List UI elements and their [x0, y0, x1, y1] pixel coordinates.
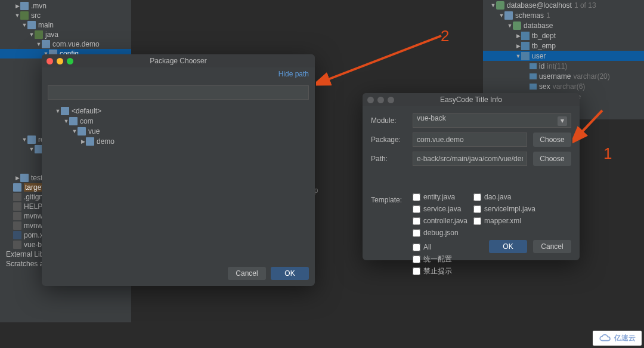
template-checkbox[interactable]: controller.java — [413, 215, 473, 227]
tree-label: main — [38, 21, 54, 29]
template-checkbox[interactable]: dao.java — [473, 191, 534, 203]
chevron-icon[interactable] — [14, 3, 20, 9]
folder-icon — [61, 107, 69, 115]
checkbox-label: serviceImpl.java — [484, 205, 535, 213]
chevron-icon[interactable] — [14, 175, 20, 181]
chevron-icon[interactable] — [515, 53, 521, 59]
template-checkbox[interactable]: entity.java — [413, 191, 473, 203]
file-icon — [13, 202, 21, 211]
col-icon — [530, 73, 537, 79]
tree-label: com.vue.demo — [52, 40, 100, 48]
chevron-icon[interactable] — [29, 32, 35, 38]
template-checkbox[interactable]: mapper.xml — [473, 215, 534, 227]
checkbox-label: entity.java — [423, 193, 455, 201]
chevron-icon[interactable] — [499, 13, 504, 19]
chevron-icon[interactable] — [80, 138, 86, 144]
db-item[interactable]: tb_emp — [483, 41, 644, 51]
db-item[interactable]: database@localhost1 of 13 — [483, 0, 644, 10]
ok-button[interactable]: OK — [271, 267, 309, 280]
chevron-icon[interactable] — [21, 22, 27, 28]
chevron-icon[interactable] — [55, 108, 61, 114]
path-input[interactable] — [413, 152, 527, 166]
project-item[interactable]: java — [0, 30, 131, 39]
folder-src-icon — [35, 30, 43, 39]
tree-label: mvnw — [24, 212, 42, 220]
project-item[interactable]: .mvn — [0, 1, 131, 11]
tree-label: <default> — [72, 107, 101, 115]
template-checkbox[interactable]: All — [413, 241, 460, 253]
checkbox-label: All — [423, 243, 431, 251]
db-item[interactable]: usernamevarchar(20) — [483, 71, 644, 81]
checkbox-input[interactable] — [413, 267, 420, 275]
chevron-icon[interactable] — [515, 33, 521, 39]
easycode-dialog: EasyCode Title Info Module: vue-back Pac… — [363, 93, 580, 260]
db-item[interactable]: sexvarchar(6) — [483, 81, 644, 91]
hide-path-link[interactable]: Hide path — [42, 67, 315, 81]
choose-package-button[interactable]: Choose — [533, 133, 571, 147]
tree-label: database@localhost — [507, 1, 572, 10]
chevron-icon[interactable] — [21, 137, 27, 143]
db-item[interactable]: idint(11) — [483, 61, 644, 71]
chevron-icon[interactable] — [36, 41, 42, 47]
db-item[interactable]: user — [483, 51, 644, 61]
template-label: Template: — [371, 196, 407, 204]
tree-label: database — [524, 21, 553, 30]
checkbox-input[interactable] — [413, 229, 420, 237]
template-checkbox[interactable]: serviceImpl.java — [473, 203, 534, 215]
table-icon — [521, 52, 530, 60]
db-item[interactable]: tb_dept — [483, 30, 644, 41]
tree-label: java — [45, 30, 58, 39]
db-item[interactable]: database — [483, 20, 644, 30]
column-type: int(11) — [547, 62, 567, 70]
project-item[interactable]: src — [0, 11, 131, 20]
folder-src-icon — [20, 11, 29, 20]
folder-icon — [504, 11, 513, 20]
cancel-button[interactable]: Cancel — [533, 240, 571, 253]
checkbox-input[interactable] — [413, 205, 420, 213]
template-checkbox[interactable]: 统一配置 — [413, 253, 460, 265]
package-input[interactable] — [413, 133, 527, 147]
template-checkbox[interactable]: service.java — [413, 203, 473, 215]
project-item[interactable]: main — [0, 20, 131, 30]
ok-button[interactable]: OK — [489, 240, 527, 253]
tree-label: user — [532, 52, 546, 60]
checkbox-input[interactable] — [473, 217, 481, 225]
path-label: Path: — [371, 155, 407, 163]
checkbox-input[interactable] — [413, 255, 420, 263]
chevron-icon[interactable] — [72, 128, 78, 134]
annotation-arrow-2 — [316, 24, 453, 96]
db-item[interactable]: schemas1 — [483, 10, 644, 20]
pkg-item[interactable]: <default> — [48, 106, 309, 116]
package-tree[interactable]: <default>comvuedemo — [48, 103, 309, 149]
checkbox-label: debug.json — [423, 229, 459, 237]
chevron-icon[interactable] — [507, 23, 513, 29]
chevron-icon[interactable] — [63, 118, 69, 124]
pkg-item[interactable]: vue — [48, 126, 309, 136]
package-path-input[interactable] — [48, 85, 309, 100]
folder-icon — [27, 21, 36, 29]
folder-icon — [69, 117, 78, 125]
checkbox-input[interactable] — [413, 217, 420, 225]
pkg-item[interactable]: demo — [48, 136, 309, 146]
chevron-icon[interactable] — [14, 13, 20, 19]
checkbox-label: controller.java — [423, 217, 467, 225]
cancel-button[interactable]: Cancel — [228, 267, 266, 280]
project-item[interactable]: com.vue.demo — [0, 39, 131, 49]
col-icon — [530, 84, 537, 90]
checkbox-input[interactable] — [473, 193, 481, 201]
dialog-title: Package Chooser — [42, 57, 315, 65]
choose-path-button[interactable]: Choose — [533, 152, 571, 166]
pkg-item[interactable]: com — [48, 116, 309, 126]
chevron-icon[interactable] — [29, 146, 35, 152]
checkbox-input[interactable] — [413, 193, 420, 201]
chevron-icon[interactable] — [490, 2, 496, 8]
chevron-icon[interactable] — [515, 43, 521, 49]
template-checkbox[interactable]: 禁止提示 — [413, 265, 460, 277]
folder-icon — [20, 2, 29, 10]
tree-label: tb_dept — [532, 32, 556, 40]
template-checkbox[interactable]: debug.json — [413, 227, 473, 239]
checkbox-input[interactable] — [473, 205, 481, 213]
tree-label: vue — [88, 127, 100, 135]
module-select[interactable]: vue-back — [413, 113, 571, 128]
checkbox-input[interactable] — [413, 244, 420, 251]
